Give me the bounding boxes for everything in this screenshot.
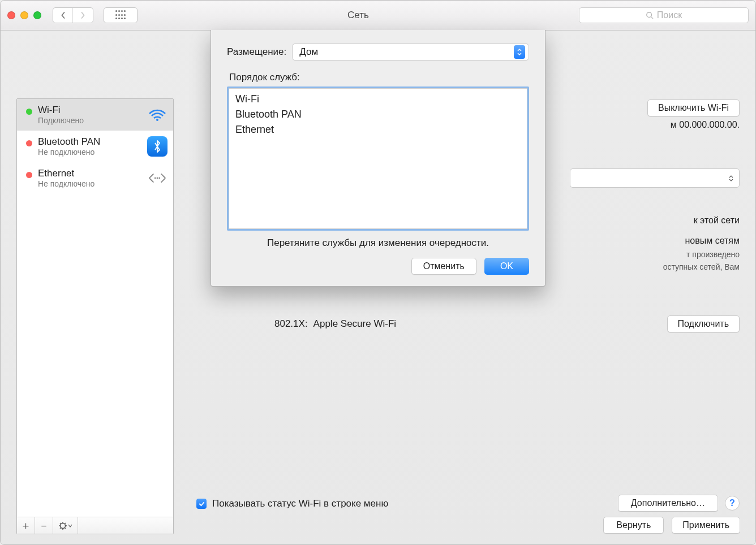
ethernet-icon: [147, 168, 167, 188]
service-order-label: Порядок служб:: [229, 72, 529, 83]
connect-8021x-button[interactable]: Подключить: [667, 315, 740, 332]
minimize-window-button[interactable]: [20, 11, 28, 19]
gear-icon: [58, 521, 67, 530]
sidebar-item-text: Bluetooth PAN Не подключено: [38, 136, 141, 157]
partial-text: к этой сети: [694, 214, 740, 227]
chevron-left-icon: [60, 11, 66, 19]
search-icon: [646, 11, 654, 19]
service-actions-menu[interactable]: [53, 517, 78, 534]
svg-line-12: [65, 527, 66, 529]
help-button[interactable]: ?: [725, 496, 740, 511]
up-down-stepper-icon: [514, 45, 525, 59]
wifi-icon: [147, 105, 167, 125]
status-dot-connected-icon: [26, 109, 32, 115]
window-controls: [7, 11, 41, 19]
sheet-buttons: Отменить OK: [227, 258, 529, 275]
svg-line-1: [651, 17, 653, 19]
service-order-list[interactable]: Wi-Fi Bluetooth PAN Ethernet: [227, 86, 529, 231]
8021x-label: 802.1X:: [274, 318, 308, 330]
sidebar-item-bluetooth-pan[interactable]: Bluetooth PAN Не подключено: [17, 131, 173, 162]
ip-address-fragment: м 00.000.000.00.: [647, 120, 740, 130]
svg-point-2: [156, 119, 158, 121]
status-dot-disconnected-icon: [26, 140, 32, 146]
sidebar-item-text: Ethernet Не подключено: [38, 168, 141, 188]
service-order-item[interactable]: Bluetooth PAN: [235, 107, 521, 122]
wifi-status-area: Выключить Wi-Fi м 00.000.000.00.: [647, 100, 740, 130]
network-name-select[interactable]: [570, 168, 740, 188]
svg-point-3: [154, 178, 156, 179]
partial-text: оступных сетей, Вам: [663, 261, 740, 273]
network-preferences-window: Сеть Поиск Wi-Fi Подключено: [0, 0, 756, 545]
service-status: Не подключено: [38, 148, 141, 157]
sidebar-toolbar: ＋ －: [17, 517, 173, 534]
apply-button[interactable]: Применить: [672, 517, 740, 534]
location-value: Дом: [299, 46, 514, 58]
svg-line-14: [65, 523, 66, 524]
services-list: Wi-Fi Подключено Bluetooth PAN Не подклю…: [17, 99, 173, 517]
drag-hint-text: Перетяните службы для изменения очередно…: [227, 237, 529, 249]
add-service-button[interactable]: ＋: [17, 517, 35, 534]
checkmark-icon: [199, 501, 205, 507]
show-wifi-status-label: Показывать статус Wi-Fi в строке меню: [212, 498, 388, 509]
services-sidebar: Wi-Fi Подключено Bluetooth PAN Не подклю…: [16, 98, 174, 534]
svg-point-4: [157, 178, 158, 179]
back-button[interactable]: [53, 8, 73, 23]
grid-icon: [115, 10, 126, 20]
service-order-sheet: Размещение: Дом Порядок служб: Wi-Fi Blu…: [211, 30, 545, 287]
service-status: Подключено: [38, 116, 141, 125]
status-dot-disconnected-icon: [26, 172, 32, 178]
search-input[interactable]: Поиск: [579, 7, 749, 23]
partial-text: т произведено: [686, 249, 740, 261]
sidebar-item-ethernet[interactable]: Ethernet Не подключено: [17, 162, 173, 194]
service-order-item[interactable]: Wi-Fi: [235, 92, 521, 107]
location-row: Размещение: Дом: [227, 44, 529, 60]
forward-button[interactable]: [73, 8, 93, 23]
svg-point-6: [61, 523, 66, 528]
svg-point-0: [647, 12, 652, 18]
chevron-right-icon: [80, 11, 86, 19]
service-name: Bluetooth PAN: [38, 136, 141, 148]
svg-point-5: [158, 178, 160, 179]
search-placeholder: Поиск: [657, 10, 682, 20]
zoom-window-button[interactable]: [33, 11, 41, 19]
show-all-button[interactable]: [104, 7, 138, 23]
advanced-button[interactable]: Дополнительно…: [618, 495, 718, 512]
up-down-chevrons-icon: [729, 175, 733, 181]
close-window-button[interactable]: [7, 11, 15, 19]
sidebar-wrap: Wi-Fi Подключено Bluetooth PAN Не подклю…: [16, 44, 174, 534]
show-wifi-status-row: Показывать статус Wi-Fi в строке меню: [196, 498, 388, 509]
partial-text: новым сетям: [685, 234, 740, 248]
sidebar-item-wifi[interactable]: Wi-Fi Подключено: [17, 99, 173, 131]
service-name: Ethernet: [38, 168, 141, 179]
bluetooth-icon: [147, 136, 167, 157]
nav-segmented-control: [53, 7, 93, 23]
ok-button[interactable]: OK: [484, 258, 529, 275]
location-label: Размещение:: [227, 46, 286, 58]
location-select[interactable]: Дом: [292, 44, 529, 60]
svg-line-11: [60, 523, 61, 524]
sidebar-item-text: Wi-Fi Подключено: [38, 105, 141, 125]
svg-line-13: [60, 527, 61, 529]
cancel-button[interactable]: Отменить: [411, 258, 476, 275]
revert-button[interactable]: Вернуть: [603, 517, 664, 534]
service-order-item[interactable]: Ethernet: [235, 122, 521, 137]
footer-buttons: Вернуть Применить: [603, 517, 740, 534]
8021x-row: 802.1X: Apple Secure Wi-Fi Подключить: [274, 315, 740, 332]
titlebar: Сеть Поиск: [1, 1, 755, 31]
turn-off-wifi-button[interactable]: Выключить Wi-Fi: [647, 100, 740, 116]
8021x-value: Apple Secure Wi-Fi: [313, 318, 667, 330]
window-title: Сеть: [142, 10, 574, 21]
service-status: Не подключено: [38, 179, 141, 188]
advanced-row: Дополнительно… ?: [618, 495, 740, 512]
chevron-down-icon: [68, 524, 72, 528]
service-name: Wi-Fi: [38, 105, 141, 116]
remove-service-button[interactable]: －: [35, 517, 53, 534]
show-wifi-status-checkbox[interactable]: [196, 499, 207, 509]
